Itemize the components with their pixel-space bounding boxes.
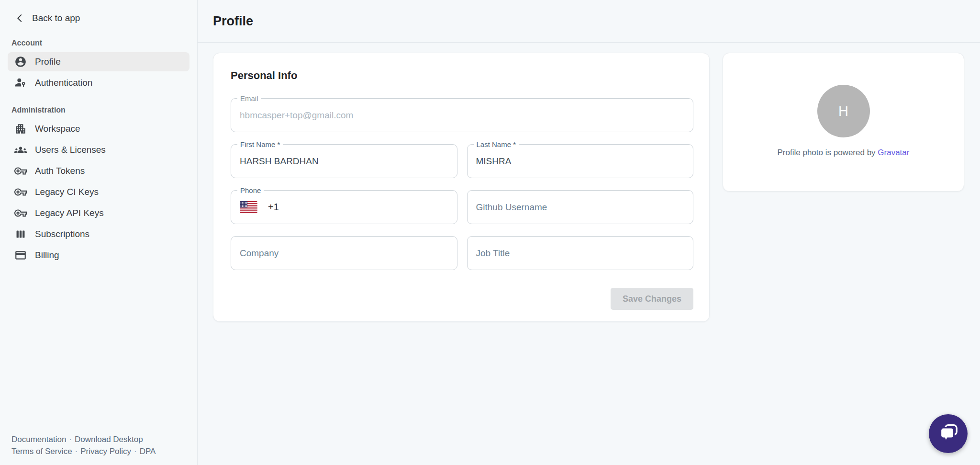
phone-label: Phone bbox=[237, 186, 264, 194]
back-to-app-button[interactable]: Back to app bbox=[0, 0, 197, 23]
people-icon bbox=[14, 144, 27, 156]
avatar: H bbox=[817, 85, 870, 137]
sidebar-item-label: Users & Licenses bbox=[35, 145, 106, 155]
chat-widget-button[interactable] bbox=[929, 414, 968, 453]
key-icon bbox=[14, 207, 27, 219]
us-flag-icon[interactable] bbox=[240, 201, 257, 213]
account-circle-icon bbox=[14, 56, 27, 68]
phone-field: Phone bbox=[231, 190, 457, 224]
credit-card-icon bbox=[14, 249, 27, 261]
terms-of-service-link[interactable]: Terms of Service bbox=[11, 447, 72, 456]
key-icon bbox=[14, 165, 27, 177]
sidebar-item-label: Auth Tokens bbox=[35, 166, 85, 176]
main-area: Profile Personal Info Email First Name *… bbox=[198, 0, 980, 465]
gravatar-card: H Profile photo is powered by Gravatar bbox=[723, 53, 964, 192]
sidebar-item-billing[interactable]: Billing bbox=[8, 246, 189, 265]
chevron-left-icon bbox=[14, 13, 25, 23]
sidebar-item-workspace[interactable]: Workspace bbox=[8, 119, 189, 138]
first-name-input[interactable] bbox=[240, 156, 448, 167]
dot-separator bbox=[72, 447, 81, 456]
documentation-link[interactable]: Documentation bbox=[11, 435, 66, 444]
dot-separator bbox=[131, 447, 140, 456]
sidebar-item-label: Workspace bbox=[35, 124, 80, 134]
sidebar-item-profile[interactable]: Profile bbox=[8, 52, 189, 71]
key-icon bbox=[14, 186, 27, 198]
personal-info-card: Personal Info Email First Name * Last Na… bbox=[213, 53, 710, 322]
footer-links-row1: DocumentationDownload Desktop bbox=[11, 433, 189, 445]
sidebar-footer: DocumentationDownload Desktop Terms of S… bbox=[0, 433, 197, 465]
sidebar-item-label: Billing bbox=[35, 250, 59, 261]
download-desktop-link[interactable]: Download Desktop bbox=[75, 435, 143, 444]
gravatar-caption: Profile photo is powered by Gravatar bbox=[778, 148, 910, 158]
first-name-label: First Name * bbox=[237, 140, 283, 148]
sidebar-item-label: Legacy CI Keys bbox=[35, 187, 99, 197]
sidebar-item-label: Legacy API Keys bbox=[35, 208, 104, 218]
sidebar-item-legacy-api-keys[interactable]: Legacy API Keys bbox=[8, 204, 189, 223]
email-field: Email bbox=[231, 98, 693, 132]
sidebar-item-authentication[interactable]: Authentication bbox=[8, 73, 189, 92]
gravatar-link[interactable]: Gravatar bbox=[878, 148, 909, 157]
personal-info-title: Personal Info bbox=[231, 69, 693, 82]
sidebar-item-label: Authentication bbox=[35, 78, 92, 88]
section-label-account: Account bbox=[11, 39, 186, 47]
last-name-input[interactable] bbox=[476, 156, 685, 167]
avatar-letter: H bbox=[838, 103, 848, 119]
last-name-field: Last Name * bbox=[467, 144, 694, 178]
back-to-app-label: Back to app bbox=[32, 13, 80, 23]
first-name-field: First Name * bbox=[231, 144, 457, 178]
footer-links-row2: Terms of ServicePrivacy PolicyDPA bbox=[11, 445, 189, 457]
building-icon bbox=[14, 123, 27, 135]
page-header: Profile bbox=[198, 0, 980, 43]
sidebar-item-subscriptions[interactable]: Subscriptions bbox=[8, 225, 189, 244]
sidebar-item-label: Subscriptions bbox=[35, 229, 89, 239]
bars-icon bbox=[14, 228, 27, 240]
email-label: Email bbox=[237, 94, 261, 102]
dpa-link[interactable]: DPA bbox=[140, 447, 156, 456]
page-title: Profile bbox=[213, 14, 253, 29]
email-input bbox=[240, 110, 684, 121]
job-title-input[interactable] bbox=[476, 248, 685, 259]
save-changes-button[interactable]: Save Changes bbox=[611, 288, 693, 310]
chat-bubbles-icon bbox=[937, 422, 959, 446]
sidebar-item-legacy-ci-keys[interactable]: Legacy CI Keys bbox=[8, 182, 189, 202]
sidebar-item-auth-tokens[interactable]: Auth Tokens bbox=[8, 161, 189, 181]
sidebar-item-users-licenses[interactable]: Users & Licenses bbox=[8, 140, 189, 159]
settings-sidebar: Back to app Account Profile Authenticati… bbox=[0, 0, 198, 465]
gravatar-caption-text: Profile photo is powered by bbox=[778, 148, 876, 157]
last-name-label: Last Name * bbox=[474, 140, 519, 148]
section-label-administration: Administration bbox=[11, 106, 186, 114]
person-key-icon bbox=[14, 77, 27, 89]
company-field bbox=[231, 236, 457, 270]
privacy-policy-link[interactable]: Privacy Policy bbox=[80, 447, 131, 456]
company-input[interactable] bbox=[240, 248, 448, 259]
dot-separator bbox=[66, 435, 75, 444]
phone-dial-code: +1 bbox=[268, 202, 279, 213]
content-area: Personal Info Email First Name * Last Na… bbox=[198, 43, 980, 465]
sidebar-item-label: Profile bbox=[35, 57, 61, 67]
job-title-field bbox=[467, 236, 694, 270]
phone-input[interactable] bbox=[284, 202, 448, 213]
github-username-field bbox=[467, 190, 694, 224]
github-username-input[interactable] bbox=[476, 202, 685, 213]
